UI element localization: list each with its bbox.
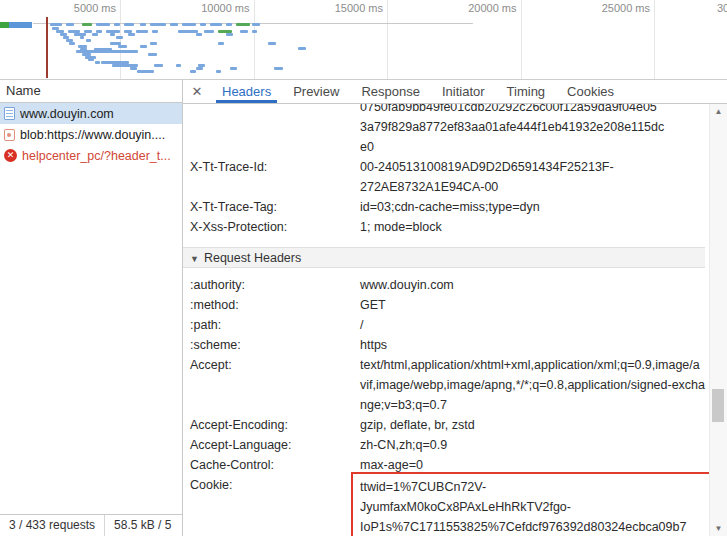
request-detail-panel: ✕ HeadersPreviewResponseInitiatorTimingC…	[183, 80, 727, 536]
scroll-thumb[interactable]	[712, 389, 724, 422]
header-row: Accept:text/html,application/xhtml+xml,a…	[190, 355, 727, 415]
header-name: Accept-Encoding:	[190, 415, 360, 435]
waterfall-bar	[230, 67, 237, 70]
timeline-tick-label: 5000 ms	[30, 2, 116, 14]
tab-preview[interactable]: Preview	[282, 80, 350, 103]
timeline-tick-label-edge: 30	[717, 2, 727, 14]
waterfall-bar	[124, 23, 134, 26]
detail-tabs: ✕ HeadersPreviewResponseInitiatorTimingC…	[183, 80, 727, 104]
header-name: Cookie:	[190, 475, 360, 536]
scroll-down-icon[interactable]: ▼	[710, 521, 727, 536]
waterfall-bar	[216, 70, 221, 73]
header-name: :method:	[190, 295, 360, 315]
header-row: :scheme:https	[190, 335, 727, 355]
tabs-strip: HeadersPreviewResponseInitiatorTimingCoo…	[211, 80, 625, 103]
tab-timing[interactable]: Timing	[496, 80, 557, 103]
overview-first-request-bar-blue	[9, 22, 32, 28]
request-headers-section-label: Request Headers	[204, 251, 301, 265]
request-row-label: blob:https://www.douyin....	[20, 128, 165, 142]
waterfall-bar	[110, 33, 115, 36]
waterfall-bar	[118, 45, 127, 48]
collapse-triangle-icon: ▼	[190, 254, 199, 264]
waterfall-bar	[130, 67, 137, 70]
header-row: Cookie:ttwid=1%7CUBCn72V-JyumfaxM0koCx8P…	[190, 475, 727, 536]
waterfall-bar	[88, 58, 94, 61]
waterfall-bar	[80, 36, 84, 39]
header-value-line: e0	[360, 137, 705, 157]
requests-list: www.douyin.comblob:https://www.douyin...…	[0, 103, 182, 166]
waterfall-bar	[154, 64, 163, 67]
tab-initiator[interactable]: Initiator	[431, 80, 496, 103]
waterfall-bar	[137, 70, 154, 73]
header-value-line: ttwid=1%7CUBCn72V-	[360, 477, 703, 497]
waterfall-bar	[218, 42, 224, 45]
waterfall-bar	[69, 42, 75, 45]
waterfall-bar	[150, 23, 166, 26]
waterfall-bar	[200, 23, 206, 26]
header-name: :scheme:	[190, 335, 360, 355]
header-name: Accept-Language:	[190, 435, 360, 455]
waterfall-bar	[190, 70, 196, 73]
waterfall-bar	[66, 23, 74, 26]
tab-cookies[interactable]: Cookies	[556, 80, 625, 103]
header-row: X-Tt-Trace-Id:00-240513100819AD9D2D65914…	[190, 157, 727, 197]
waterfall-bar	[116, 36, 123, 39]
load-event-line	[46, 17, 48, 78]
header-name: X-Xss-Protection:	[190, 217, 360, 237]
header-name: Cache-Control:	[190, 455, 360, 475]
header-value: zh-CN,zh;q=0.9	[360, 435, 705, 455]
scroll-up-icon[interactable]: ▲	[710, 104, 727, 119]
request-row-label: www.douyin.com	[20, 107, 114, 121]
waterfall-bar	[152, 30, 158, 33]
request-row[interactable]: helpcenter_pc/?header_t...	[0, 145, 182, 166]
timeline-tick-label: 20000 ms	[431, 2, 517, 14]
request-row[interactable]: blob:https://www.douyin....	[0, 124, 182, 145]
header-row: :method:GET	[190, 295, 727, 315]
waterfall-bar	[95, 61, 100, 64]
header-value: ttwid=1%7CUBCn72V-JyumfaxM0koCx8PAxLeHhR…	[360, 475, 705, 536]
timeline-gridline	[654, 0, 655, 79]
header-row: :path:/	[190, 315, 727, 335]
tab-response[interactable]: Response	[350, 80, 431, 103]
header-value: GET	[360, 295, 705, 315]
header-value-line: IoP1s%7C1711553825%7Cefdcf976392d80324ec…	[360, 517, 703, 536]
header-row: Accept-Encoding:gzip, deflate, br, zstd	[190, 415, 727, 435]
header-value: text/html,application/xhtml+xml,applicat…	[360, 355, 705, 415]
header-name	[190, 104, 360, 157]
scrollbar[interactable]: ▲ ▼	[709, 104, 727, 536]
error-icon	[4, 149, 17, 162]
header-row: :authority:www.douyin.com	[190, 275, 727, 295]
header-value: https	[360, 335, 705, 355]
waterfall-bar	[96, 23, 110, 26]
status-bar: 3 / 433 requests 58.5 kB / 5	[0, 514, 182, 536]
request-headers-section[interactable]: ▼Request Headers	[183, 247, 705, 268]
timeline-tick-label: 25000 ms	[564, 2, 650, 14]
timeline-gridline	[120, 0, 121, 79]
waterfall-bar	[92, 33, 98, 36]
devtools-network-panel: 5000 ms10000 ms15000 ms20000 ms25000 ms3…	[0, 0, 727, 536]
header-value: /	[360, 315, 705, 335]
waterfall-bar	[178, 30, 198, 33]
request-row-label: helpcenter_pc/?header_t...	[22, 149, 171, 163]
waterfall-bar	[240, 30, 248, 33]
timeline-overview[interactable]: 5000 ms10000 ms15000 ms20000 ms25000 ms3…	[0, 0, 727, 80]
tab-headers[interactable]: Headers	[211, 80, 282, 103]
header-value: 1; mode=block	[360, 217, 705, 237]
waterfall-bar	[150, 42, 157, 45]
close-icon[interactable]: ✕	[183, 84, 211, 99]
waterfall-bar	[170, 23, 178, 26]
headers-content: 0750fab9bb49fe01cdb20292c26c00f12a59da9f…	[183, 104, 727, 536]
header-name: :path:	[190, 315, 360, 335]
header-value: gzip, deflate, br, zstd	[360, 415, 705, 435]
waterfall-bar	[226, 23, 232, 26]
timeline-tick-label: 10000 ms	[164, 2, 250, 14]
name-column-header[interactable]: Name	[0, 80, 182, 103]
waterfall-bar	[252, 30, 257, 33]
waterfall-bar	[204, 30, 214, 33]
request-row[interactable]: www.douyin.com	[0, 103, 182, 124]
waterfall-bar	[50, 23, 62, 26]
waterfall-bar	[140, 45, 147, 48]
waterfall-bar	[196, 67, 203, 70]
waterfall-bar	[140, 23, 146, 26]
waterfall-bar	[86, 39, 91, 42]
